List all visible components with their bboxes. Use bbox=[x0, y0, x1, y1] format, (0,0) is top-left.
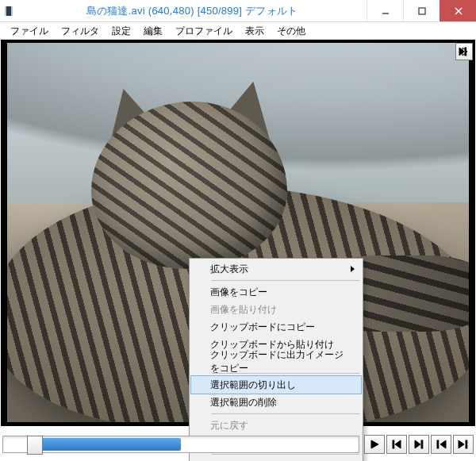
timeline-selection bbox=[41, 438, 181, 451]
svg-marker-12 bbox=[395, 440, 401, 448]
bottom-bar bbox=[1, 432, 475, 456]
menu-view[interactable]: 表示 bbox=[240, 23, 270, 39]
transport-controls bbox=[364, 435, 474, 454]
svg-rect-18 bbox=[466, 440, 467, 448]
context-menu: 拡大表示 画像をコピー 画像を貼り付け クリップボードにコピー クリップボードか… bbox=[189, 258, 363, 461]
timeline-thumb[interactable] bbox=[27, 436, 43, 455]
ctx-paste-image: 画像を貼り付け bbox=[191, 301, 361, 318]
ctx-item-label: 元に戻す bbox=[210, 419, 248, 432]
ctx-item-label: 選択範囲の削除 bbox=[210, 396, 277, 409]
next-frame-button[interactable] bbox=[409, 435, 429, 454]
window-title: 島の猫達.avi (640,480) [450/899] デフォルト bbox=[17, 0, 367, 21]
close-button[interactable] bbox=[440, 0, 476, 21]
ctx-cut-selection[interactable]: 選択範囲の切り出し bbox=[191, 376, 361, 394]
ctx-zoom[interactable]: 拡大表示 bbox=[191, 260, 361, 278]
app-icon bbox=[0, 0, 17, 21]
video-stage[interactable]: 拡大表示 画像をコピー 画像を貼り付け クリップボードにコピー クリップボードか… bbox=[1, 40, 475, 426]
window-buttons bbox=[367, 0, 476, 21]
menu-profile[interactable]: プロファイル bbox=[170, 23, 238, 39]
ctx-item-label: 画像をコピー bbox=[210, 286, 267, 299]
ctx-undo: 元に戻す bbox=[191, 417, 361, 434]
menu-file[interactable]: ファイル bbox=[5, 23, 54, 39]
ctx-separator bbox=[212, 280, 359, 281]
svg-rect-8 bbox=[465, 48, 466, 56]
ctx-separator bbox=[212, 413, 359, 414]
ctx-mark[interactable]: マークする bbox=[191, 457, 361, 461]
timeline-slider[interactable] bbox=[2, 436, 359, 453]
ctx-item-label: 拡大表示 bbox=[210, 263, 248, 276]
ctx-delete-selection[interactable]: 選択範囲の削除 bbox=[191, 394, 361, 411]
ctx-copy-output-image[interactable]: クリップボードに出力イメージをコピー bbox=[191, 353, 361, 371]
svg-rect-15 bbox=[437, 440, 439, 448]
minimize-button[interactable] bbox=[367, 0, 403, 21]
svg-rect-14 bbox=[421, 440, 423, 448]
title-bar: 島の猫達.avi (640,480) [450/899] デフォルト bbox=[0, 0, 476, 22]
svg-marker-16 bbox=[440, 440, 446, 448]
svg-rect-1 bbox=[5, 6, 6, 16]
menu-bar: ファイル フィルタ 設定 編集 プロファイル 表示 その他 bbox=[0, 22, 476, 40]
go-start-button[interactable] bbox=[431, 435, 451, 454]
ctx-item-label: 選択範囲の切り出し bbox=[210, 378, 296, 392]
ctx-item-label: 画像を貼り付け bbox=[210, 303, 277, 317]
svg-marker-17 bbox=[459, 440, 464, 448]
svg-marker-13 bbox=[415, 440, 420, 448]
svg-rect-11 bbox=[393, 440, 394, 448]
ctx-item-label: クリップボードにコピー bbox=[210, 321, 315, 334]
menu-other[interactable]: その他 bbox=[271, 23, 311, 39]
menu-filter[interactable]: フィルタ bbox=[56, 23, 105, 39]
svg-rect-2 bbox=[11, 6, 13, 16]
svg-rect-4 bbox=[419, 8, 425, 14]
go-to-end-overlay-button[interactable] bbox=[455, 43, 473, 60]
ctx-copy-to-clipboard[interactable]: クリップボードにコピー bbox=[191, 318, 361, 336]
menu-settings[interactable]: 設定 bbox=[106, 23, 136, 39]
ctx-copy-image[interactable]: 画像をコピー bbox=[191, 283, 361, 301]
go-end-button[interactable] bbox=[453, 435, 474, 454]
maximize-button[interactable] bbox=[403, 0, 440, 21]
ctx-item-label: クリップボードに出力イメージをコピー bbox=[210, 348, 344, 375]
svg-marker-10 bbox=[371, 440, 378, 448]
prev-frame-button[interactable] bbox=[386, 435, 407, 454]
play-button[interactable] bbox=[364, 435, 385, 454]
menu-edit[interactable]: 編集 bbox=[138, 23, 168, 39]
